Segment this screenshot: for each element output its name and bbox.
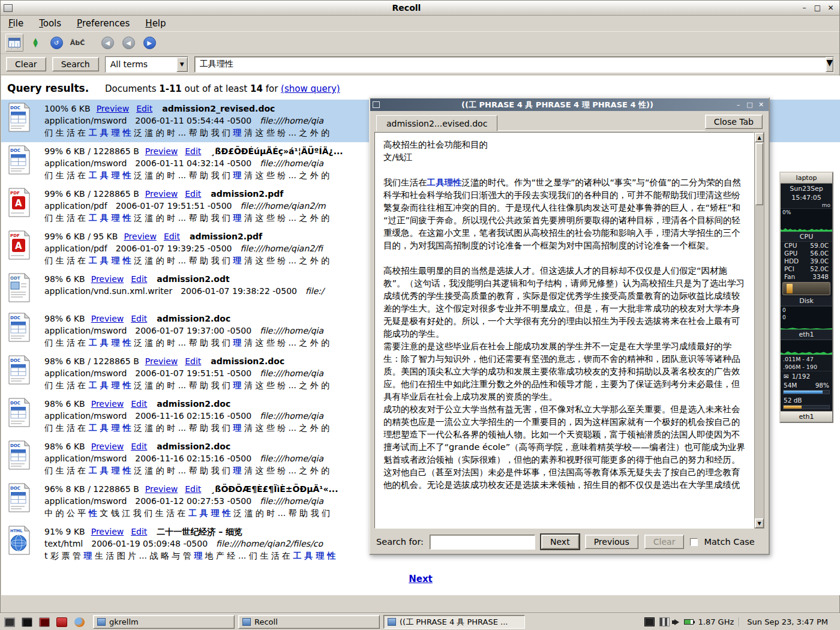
search-for-label: Search for: [376, 537, 424, 547]
result-mimetype: application/msword [44, 116, 127, 125]
taskbar-clock[interactable]: Sun Sep 23, 3:47 PM [739, 617, 834, 626]
preview-tab[interactable]: admission2...evised.doc [376, 115, 497, 131]
find-clear-button[interactable]: Clear [644, 535, 685, 549]
result-preview-link[interactable]: Preview [145, 146, 178, 156]
terminal-launcher-icon[interactable] [20, 616, 34, 629]
svg-text:DOC: DOC [10, 358, 20, 363]
close-tab-button[interactable]: Close Tab [705, 115, 763, 129]
show-query-link[interactable]: (show query) [281, 83, 340, 94]
preview-scrollbar[interactable]: ▲ ▼ [754, 132, 764, 529]
taskbar-window-button[interactable]: gkrellm [93, 615, 235, 629]
close-icon[interactable]: ✕ [756, 100, 766, 109]
result-edit-link[interactable]: Edit [164, 232, 180, 241]
result-preview-link[interactable]: Preview [91, 314, 124, 323]
query-combobox[interactable]: ▼ [194, 56, 834, 73]
mail-monitor[interactable]: ✉ 1/192 [781, 371, 832, 381]
result-score-size: 99% 6 KB / 1228865 B [44, 146, 139, 156]
maximize-icon[interactable]: □ [745, 100, 755, 109]
doc-file-icon: DOC [7, 145, 34, 178]
scrollbar-thumb[interactable] [755, 143, 763, 205]
result-score-size: 100% 6 KB [44, 104, 91, 113]
minimize-icon[interactable]: – [799, 3, 810, 13]
preview-search-input[interactable] [430, 535, 535, 549]
firefox-launcher-icon[interactable] [72, 616, 86, 629]
menu-help[interactable]: Help [145, 18, 166, 29]
result-url: file:///home/qia [260, 454, 323, 463]
result-edit-link[interactable]: Edit [131, 314, 147, 323]
first-page-button[interactable]: ◀ [98, 34, 116, 52]
result-preview-link[interactable]: Preview [91, 442, 124, 451]
prev-page-button[interactable]: ◀ [119, 34, 137, 52]
taskbar-window-button[interactable]: Recoll [238, 615, 380, 629]
find-next-button[interactable]: Next [541, 535, 579, 549]
result-title: admission2.pdf [190, 232, 262, 241]
notes-launcher-icon[interactable] [55, 616, 69, 629]
result-preview-link[interactable]: Preview [145, 356, 178, 366]
next-page-button[interactable]: ▶ [140, 34, 158, 52]
result-preview-link[interactable]: Preview [91, 274, 124, 284]
pager-grid-icon[interactable] [659, 617, 670, 626]
chevron-down-icon[interactable]: ▼ [826, 57, 833, 72]
result-preview-link[interactable]: Preview [145, 484, 178, 494]
svg-text:DOC: DOC [10, 401, 20, 406]
result-edit-link[interactable]: Edit [131, 527, 147, 536]
doc-file-icon: DOC [7, 483, 34, 516]
result-url: file:///home/qian2/fi [240, 244, 322, 253]
next-page-link[interactable]: Next [409, 574, 433, 584]
match-case-checkbox[interactable] [690, 538, 698, 546]
preview-paragraph [383, 164, 745, 176]
menu-preferences[interactable]: Preferences [77, 18, 130, 29]
chevron-down-icon[interactable]: ▼ [176, 57, 188, 72]
pdf-file-icon: PDFA [7, 188, 34, 221]
result-edit-link[interactable]: Edit [185, 484, 201, 494]
preview-titlebar[interactable]: ((工 PHRASE 4 具 PHRASE 4 理 PHRASE 4 性)) –… [370, 98, 769, 111]
window-icon [97, 618, 106, 626]
clear-button[interactable]: Clear [6, 57, 46, 71]
preview-paragraph: 我们生活在工具理性泛滥的时代。作为“世之显学”的诸种以“事实”与“价值”的二分为… [383, 176, 745, 252]
result-edit-link[interactable]: Edit [131, 442, 147, 451]
result-preview-link[interactable]: Preview [91, 527, 124, 536]
window-menu-icon[interactable] [4, 4, 13, 12]
battery-icon[interactable] [684, 619, 694, 625]
term-explorer-button[interactable]: ÂbĈ [68, 34, 86, 52]
console-launcher-icon[interactable] [37, 616, 52, 629]
sort-button[interactable]: ▲▼ [26, 34, 44, 52]
result-edit-link[interactable]: Edit [185, 146, 201, 156]
result-edit-link[interactable]: Edit [185, 356, 201, 366]
result-url: file:///home/qian2/m [240, 201, 325, 211]
volume-icon[interactable] [674, 619, 679, 625]
menu-file[interactable]: File [8, 18, 23, 29]
taskbar: gkrellmRecoll((工 PHRASE 4 具 PHRASE ... 1… [0, 613, 840, 630]
result-edit-link[interactable]: Edit [185, 189, 201, 199]
keyboard-layout-icon[interactable] [644, 617, 655, 626]
result-edit-link[interactable]: Edit [131, 399, 147, 409]
result-preview-link[interactable]: Preview [97, 104, 130, 113]
result-preview-link[interactable]: Preview [145, 189, 178, 199]
query-detail-button[interactable] [5, 34, 23, 52]
preview-paragraph: 成功的校友对于公立大学当然有益无害，但不像对私立大学那么至关重要。但是选入未来社… [383, 403, 745, 491]
gkrellm-hostname[interactable]: laptop [781, 173, 832, 184]
recoll-titlebar[interactable]: Recoll – □ ✕ [1, 1, 839, 16]
history-button[interactable]: ↺ [47, 34, 65, 52]
maximize-icon[interactable]: □ [812, 3, 823, 13]
gkrellm-monitor[interactable]: laptop Sun23Sep 15:47:05 mo 0% CPU CPU59… [779, 172, 833, 423]
result-title: admission2.doc [157, 314, 230, 323]
scroll-down-icon[interactable]: ▼ [755, 518, 764, 528]
minimize-icon[interactable]: – [733, 100, 743, 109]
search-button[interactable]: Search [52, 57, 99, 71]
search-mode-select[interactable]: All terms ▼ [105, 56, 188, 73]
result-mimetype: application/msword [44, 496, 127, 506]
search-input[interactable] [195, 59, 826, 69]
find-previous-button[interactable]: Previous [585, 535, 638, 549]
taskbar-window-button[interactable]: ((工 PHRASE 4 具 PHRASE ... [383, 615, 525, 629]
result-preview-link[interactable]: Preview [91, 399, 124, 409]
close-icon[interactable]: ✕ [825, 3, 836, 13]
result-edit-link[interactable]: Edit [136, 104, 152, 113]
menu-launcher-icon[interactable] [2, 616, 17, 629]
preview-text[interactable]: 高校招生的社会功能和目的文/钱江 我们生活在工具理性泛滥的时代。作为“世之显学”… [374, 132, 754, 529]
result-preview-link[interactable]: Preview [124, 232, 157, 241]
net-tx-readout: .906M - 190 [781, 363, 832, 371]
scroll-up-icon[interactable]: ▲ [755, 133, 764, 142]
menu-tools[interactable]: Tools [39, 18, 61, 29]
result-edit-link[interactable]: Edit [131, 274, 147, 284]
